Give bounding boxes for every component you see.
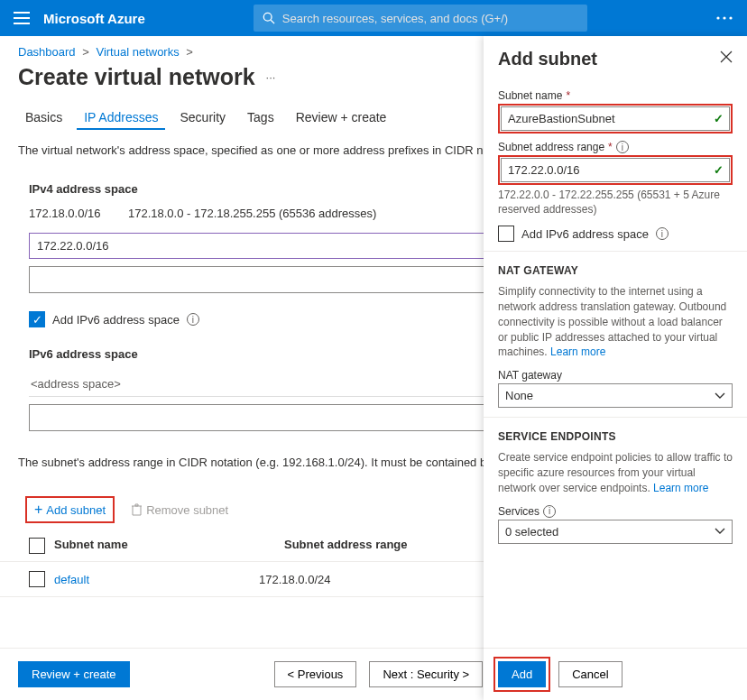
panel-title: Add subnet xyxy=(498,49,733,69)
cancel-button[interactable]: Cancel xyxy=(558,661,622,687)
svg-point-0 xyxy=(263,13,272,21)
add-subnet-button[interactable]: + Add subnet xyxy=(25,496,115,523)
tab-basics[interactable]: Basics xyxy=(18,105,69,130)
nat-gateway-select[interactable]: None xyxy=(498,383,733,408)
col-subnet-name: Subnet name xyxy=(54,538,284,554)
subnet-name-highlight: AzureBastionSubnet ✓ xyxy=(498,104,733,134)
subnet-name-input[interactable]: AzureBastionSubnet ✓ xyxy=(501,106,730,131)
subnet-name-link[interactable]: default xyxy=(54,573,89,586)
page-title: Create virtual network xyxy=(18,64,255,90)
panel-footer: Add Cancel xyxy=(484,648,747,700)
subnet-range-hint: 172.22.0.0 - 172.22.255.255 (65531 + 5 A… xyxy=(498,189,733,216)
remove-subnet-button[interactable]: Remove subnet xyxy=(131,503,228,517)
info-icon[interactable]: i xyxy=(656,227,669,240)
brand-label: Microsoft Azure xyxy=(43,11,145,26)
search-placeholder: Search resources, services, and docs (G+… xyxy=(282,12,508,25)
services-value: 0 selected xyxy=(505,525,558,539)
subnet-name-label: Subnet name* xyxy=(498,89,733,102)
info-icon[interactable]: i xyxy=(616,141,629,153)
svg-point-2 xyxy=(716,16,719,19)
chevron-down-icon xyxy=(715,392,725,400)
panel-ipv6-checkbox[interactable] xyxy=(498,226,514,242)
add-subnet-label: Add subnet xyxy=(46,503,106,517)
next-button[interactable]: Next : Security > xyxy=(369,661,483,687)
service-endpoints-heading: SERVICE ENDPOINTS xyxy=(484,417,747,450)
subnet-range-label: Subnet address range* i xyxy=(498,141,733,153)
subnet-range-cell: 172.18.0.0/24 xyxy=(259,573,331,586)
info-icon[interactable]: i xyxy=(543,505,556,518)
add-subnet-panel: Add subnet Subnet name* AzureBastionSubn… xyxy=(484,36,747,700)
remove-subnet-label: Remove subnet xyxy=(146,503,228,517)
learn-more-link[interactable]: Learn more xyxy=(653,482,708,494)
tab-tags[interactable]: Tags xyxy=(240,105,281,130)
check-icon: ✓ xyxy=(714,163,724,177)
trash-icon xyxy=(131,503,143,516)
subnet-range-input[interactable]: 172.22.0.0/16 ✓ xyxy=(501,158,730,182)
hamburger-menu-icon[interactable] xyxy=(7,4,36,32)
breadcrumb-link-dashboard[interactable]: Dashboard xyxy=(18,45,76,59)
svg-point-3 xyxy=(723,16,725,19)
subnet-range-highlight: 172.22.0.0/16 ✓ xyxy=(498,155,733,185)
select-all-checkbox[interactable] xyxy=(29,538,45,554)
learn-more-link[interactable]: Learn more xyxy=(550,345,605,358)
breadcrumb-sep: > xyxy=(186,45,193,59)
services-label: Services i xyxy=(498,505,733,518)
check-icon: ✓ xyxy=(714,112,724,125)
previous-button[interactable]: < Previous xyxy=(274,661,357,687)
search-icon xyxy=(263,12,275,24)
chevron-down-icon xyxy=(715,528,725,535)
add-button[interactable]: Add xyxy=(498,661,546,687)
info-icon[interactable]: i xyxy=(187,313,199,326)
breadcrumb-sep: > xyxy=(82,45,89,59)
tab-security[interactable]: Security xyxy=(172,105,233,130)
ipv4-cidr: 172.18.0.0/16 xyxy=(29,207,128,220)
ipv6-checkbox-label: Add IPv6 address space xyxy=(52,313,180,327)
ipv4-range: 172.18.0.0 - 172.18.255.255 (65536 addre… xyxy=(128,207,376,220)
nat-gateway-label: NAT gateway xyxy=(498,369,733,382)
svg-point-4 xyxy=(729,16,732,19)
topbar: Microsoft Azure Search resources, servic… xyxy=(0,0,747,36)
nat-gateway-value: None xyxy=(505,389,533,402)
global-search-input[interactable]: Search resources, services, and docs (G+… xyxy=(254,5,587,32)
page-context-menu[interactable]: ··· xyxy=(266,70,276,84)
plus-icon: + xyxy=(34,502,42,518)
tab-ip-addresses[interactable]: IP Addresses xyxy=(77,105,165,130)
svg-line-1 xyxy=(271,20,274,23)
services-select[interactable]: 0 selected xyxy=(498,520,733,544)
service-endpoints-para: Create service endpoint policies to allo… xyxy=(498,450,733,495)
row-checkbox[interactable] xyxy=(29,571,45,587)
review-create-button[interactable]: Review + create xyxy=(18,661,130,687)
close-icon[interactable] xyxy=(720,51,733,63)
nat-gateway-para: Simplify connectivity to the internet us… xyxy=(498,284,733,360)
tab-ip-addresses-highlight: IP Addresses xyxy=(77,105,165,130)
col-subnet-range: Subnet address range xyxy=(284,538,408,554)
ipv6-checkbox[interactable]: ✓ xyxy=(29,311,45,327)
nat-gateway-heading: NAT GATEWAY xyxy=(484,251,747,284)
breadcrumb-link-vnets[interactable]: Virtual networks xyxy=(96,45,179,59)
tab-review[interactable]: Review + create xyxy=(289,105,394,130)
panel-ipv6-check-label: Add IPv6 address space xyxy=(521,227,649,241)
more-menu-icon[interactable] xyxy=(709,13,740,23)
panel-ipv6-check-row: Add IPv6 address space i xyxy=(498,226,733,242)
